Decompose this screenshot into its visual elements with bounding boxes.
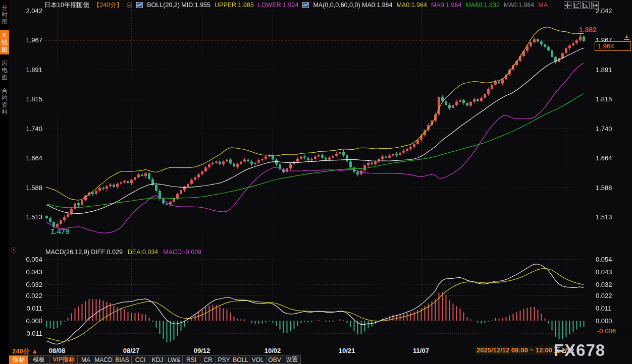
macd-indicator-header: MACD(26,12,9) DIFF:0.029DEA:0.034MACD:-0… — [45, 248, 201, 256]
indicator-chart-icon — [136, 2, 143, 8]
indicator-chart-icon — [302, 2, 309, 8]
indicator-value-label: MA — [538, 2, 548, 9]
macd-tick-label: 0.054 — [26, 256, 42, 263]
price-tick-label: 1.815 — [26, 95, 42, 103]
sidebar-item-minute-chart[interactable]: 分时图 — [0, 3, 9, 27]
toolbar-item-VOL[interactable]: VOL — [249, 355, 267, 364]
zoom-out-axis-icon[interactable] — [573, 2, 581, 9]
toolbar-item-PSY[interactable]: PSY — [216, 355, 232, 364]
macd-tick-label: 0.043 — [26, 268, 42, 276]
low-price-label: 1.479 — [50, 227, 70, 235]
indicator-value-label: 日本10年期国债 — [44, 1, 89, 10]
price-tick-label: 1.588 — [596, 184, 612, 192]
session-time-label: 2025/12/12 08:00 ~ 12:00 五 — [475, 346, 562, 355]
price-tick-label: 1.664 — [26, 154, 42, 162]
macd-tick-label: 0.043 — [596, 268, 612, 276]
price-tick-label: 1.664 — [596, 154, 612, 162]
indicator-toolbar: 指标模板VIP指标MAMACDBIASCCIKDJLW&RSICRPSYBOLL… — [9, 355, 300, 364]
indicator-value-label: MA0:1.964 — [431, 2, 461, 9]
price-tick-label: 1.513 — [26, 213, 42, 221]
indicator-value-label: MA0:1.964 — [504, 2, 534, 9]
price-tick-label: 1.815 — [596, 95, 612, 103]
indicator-value-label: MACD(26,12,9) DIFF:0.029 — [45, 249, 123, 256]
sidebar: 分时图K线图闪电图合约资料 — [0, 0, 9, 364]
macd-tick-label: 0.054 — [596, 256, 612, 263]
toolbar-item-RSI[interactable]: RSI — [182, 355, 200, 364]
date-tick-label: 08/08 — [41, 347, 73, 354]
current-price-box: 1.964 — [595, 41, 631, 51]
pan-right-icon[interactable] — [591, 2, 599, 9]
fx678-watermark: FX678 — [554, 341, 605, 360]
macd-tick-label: 0.011 — [26, 305, 42, 312]
sidebar-item-kline-chart[interactable]: K线图 — [0, 30, 9, 54]
date-tick-label: 10/21 — [331, 347, 363, 354]
toolbar-item-MA[interactable]: MA — [77, 355, 94, 364]
toolbar-item-MACD[interactable]: MACD — [94, 355, 113, 364]
macd-tick-label: 0.032 — [596, 281, 612, 288]
main-indicator-header: 日本10年期国债【240分】BOLL(20,2) MID:1.955UPPER:… — [44, 1, 548, 9]
macd-tick-label: -0.011 — [24, 330, 42, 337]
price-tick-label: 1.740 — [26, 125, 42, 133]
indicator-value-label: MA(0,0,0,60,0,0) MA0:1.964 — [313, 2, 392, 9]
price-tick-label: 1.891 — [26, 66, 42, 74]
indicator-value-label: MA0:1.964 — [396, 2, 427, 9]
price-tick-label: 1.513 — [596, 213, 612, 221]
toolbar-item-LW&[interactable]: LW& — [166, 355, 183, 364]
date-tick-label: 09/12 — [186, 347, 218, 354]
indicator-value-label: MACD:-0.009 — [163, 249, 201, 256]
macd-tick-label: 0.032 — [26, 281, 42, 288]
macd-tick-label: 0.000 — [596, 317, 612, 325]
sidebar-item-contract-info[interactable]: 合约资料 — [0, 86, 9, 117]
price-tick-label: 1.740 — [596, 125, 612, 133]
toolbar-item-指标[interactable]: 指标 — [9, 355, 28, 364]
zoom-in-axis-icon[interactable] — [582, 2, 590, 9]
crosshair-icon[interactable] — [564, 2, 571, 9]
toolbar-item-BIAS[interactable]: BIAS — [113, 355, 132, 364]
indicator-value-label: 【240分】 — [93, 1, 123, 10]
high-price-label: 1.982 — [579, 26, 597, 34]
sidebar-item-flash-chart[interactable]: 闪电图 — [0, 58, 9, 82]
macd-tick-label: 0.022 — [596, 292, 612, 299]
chart-toolbar-icons — [564, 2, 599, 9]
chart-window: 分时图K线图闪电图合约资料 日本10年期国债【240分】BOLL(20,2) M… — [0, 0, 632, 364]
toolbar-item-VIP指标[interactable]: VIP指标 — [49, 355, 78, 364]
candlestick-chart-canvas[interactable] — [0, 0, 632, 346]
toolbar-item-KDJ[interactable]: KDJ — [149, 355, 166, 364]
toolbar-item-CR[interactable]: CR — [200, 355, 216, 364]
current-macd-box: -0.006 — [595, 327, 631, 336]
interval-selector[interactable]: 240分 ▲ — [12, 347, 38, 356]
toolbar-item-CCI[interactable]: CCI — [131, 355, 149, 364]
indicator-value-label: UPPER:1.985 — [215, 2, 254, 9]
toolbar-item-BOLL[interactable]: BOLL — [232, 355, 249, 364]
price-tick-label: 2.042 — [26, 7, 42, 15]
price-tick-label: 1.588 — [26, 184, 42, 192]
macd-tick-label: 0.011 — [596, 305, 612, 312]
toolbar-item-OBV[interactable]: OBV — [266, 355, 283, 364]
indicator-value-label: DEA:0.034 — [128, 249, 158, 256]
indicator-value-label: MA60:1.832 — [465, 2, 499, 9]
macd-tick-label: 0.000 — [26, 317, 42, 325]
price-tick-label: 1.891 — [596, 66, 612, 74]
indicator-value-label: BOLL(20,2) MID:1.955 — [147, 2, 210, 9]
macd-tick-label: 0.022 — [26, 292, 42, 299]
toolbar-item-模板[interactable]: 模板 — [28, 355, 50, 364]
interval-link-icon — [127, 3, 132, 8]
drawing-target-icon[interactable] — [11, 247, 16, 253]
indicator-value-label: LOWER:1.924 — [258, 2, 299, 9]
date-tick-label: 11/07 — [405, 347, 437, 354]
price-alert-icon[interactable]: ▲ — [624, 34, 629, 40]
price-tick-label: 1.967 — [26, 36, 42, 44]
date-tick-label: 08/27 — [115, 347, 147, 354]
toolbar-item-设置[interactable]: 设置 — [283, 355, 301, 364]
date-tick-label: 10/02 — [256, 347, 289, 354]
